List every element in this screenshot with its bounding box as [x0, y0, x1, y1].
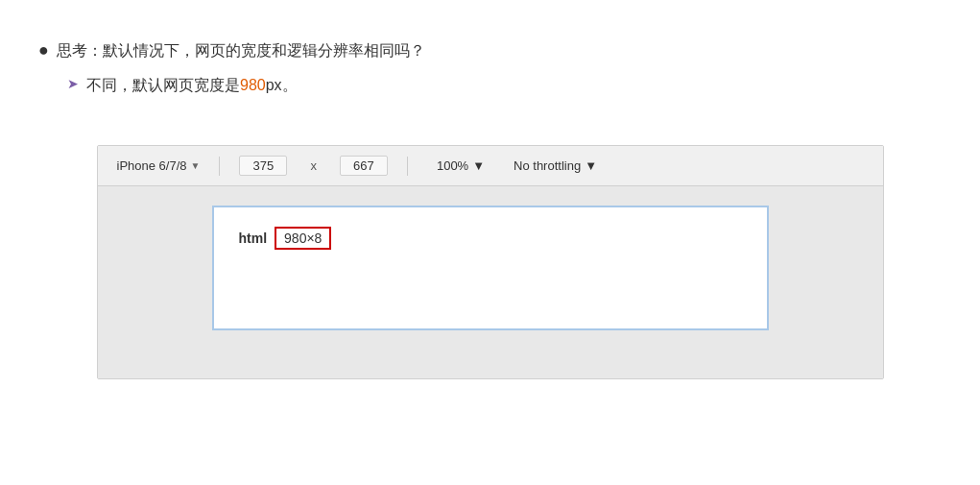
device-dropdown-arrow: ▼	[191, 160, 201, 171]
sub-item: ➤ 不同，默认网页宽度是980px。	[67, 73, 942, 98]
zoom-selector[interactable]: 100% ▼	[437, 158, 485, 173]
content-area: ● 思考：默认情况下，网页的宽度和逻辑分辨率相同吗？ ➤ 不同，默认网页宽度是9…	[38, 29, 942, 116]
throttle-dropdown-arrow: ▼	[585, 158, 597, 173]
html-tag: html	[233, 229, 274, 248]
device-name: iPhone 6/7/8	[117, 158, 187, 173]
throttling-value: No throttling	[514, 158, 581, 173]
answer-highlight: 980	[240, 77, 266, 93]
devtools-container: iPhone 6/7/8 ▼ x 100% ▼ No throttling ▼ …	[97, 145, 884, 379]
answer-text: 不同，默认网页宽度是980px。	[86, 73, 298, 98]
height-input[interactable]	[340, 156, 388, 176]
bullet-item: ● 思考：默认情况下，网页的宽度和逻辑分辨率相同吗？	[38, 38, 942, 63]
page-wrapper: ● 思考：默认情况下，网页的宽度和逻辑分辨率相同吗？ ➤ 不同，默认网页宽度是9…	[38, 29, 942, 485]
width-input[interactable]	[239, 156, 287, 176]
answer-suffix: px。	[266, 77, 298, 93]
device-selector[interactable]: iPhone 6/7/8 ▼	[117, 158, 201, 173]
arrow-icon: ➤	[67, 76, 79, 91]
answer-prefix: 不同，默认网页宽度是	[86, 77, 240, 93]
toolbar-separator-2	[407, 157, 408, 176]
zoom-dropdown-arrow: ▼	[472, 158, 485, 173]
toolbar-separator-1	[219, 157, 220, 176]
html-tag-area: html 980×8	[233, 227, 757, 250]
devtools-toolbar: iPhone 6/7/8 ▼ x 100% ▼ No throttling ▼	[98, 146, 883, 186]
zoom-value: 100%	[437, 158, 468, 173]
dimension-x-badge: ×	[306, 230, 314, 246]
device-frame-area: html 980×8	[98, 186, 883, 378]
element-height: 8	[315, 230, 323, 246]
bullet-dot: ●	[38, 40, 49, 61]
throttle-selector[interactable]: No throttling ▼	[514, 158, 597, 173]
element-width: 980	[284, 230, 306, 246]
dimension-badge: 980×8	[275, 227, 331, 250]
device-screen: html 980×8	[212, 206, 769, 330]
question-text: 思考：默认情况下，网页的宽度和逻辑分辨率相同吗？	[57, 38, 425, 63]
dimension-x: x	[310, 158, 317, 173]
